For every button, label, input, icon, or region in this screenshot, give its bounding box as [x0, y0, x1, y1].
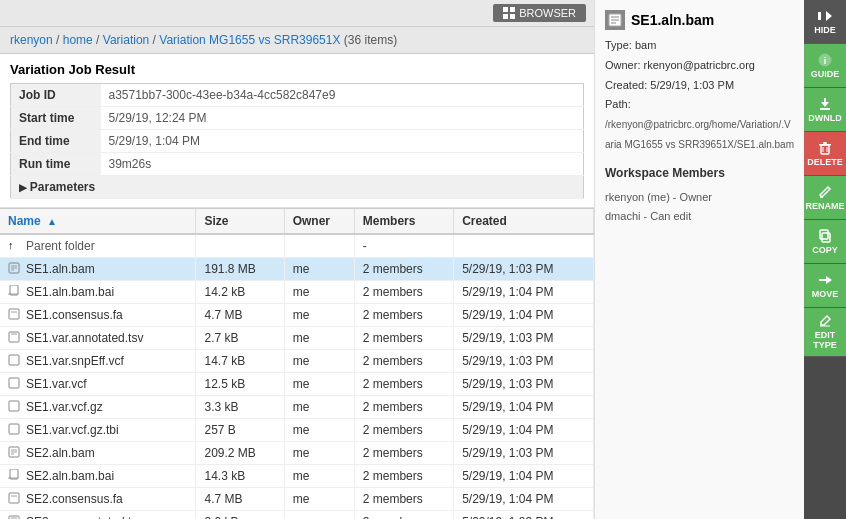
file-size: 3.0 kB [196, 511, 284, 520]
job-value: a3571bb7-300c-43ee-b34a-4cc582c847e9 [101, 84, 584, 107]
file-created: 5/29/19, 1:03 PM [454, 373, 594, 396]
file-members: 2 members [354, 511, 453, 520]
file-created: 5/29/19, 1:03 PM [454, 327, 594, 350]
file-table: Name ▲ Size Owner Members Created ↑ Pare… [0, 209, 594, 519]
job-result-section: Variation Job Result Job IDa3571bb7-300c… [0, 54, 594, 208]
job-row: Run time39m26s [11, 153, 584, 176]
copy-icon [818, 229, 832, 243]
col-members[interactable]: Members [354, 209, 453, 234]
copy-button[interactable]: COPY [804, 220, 846, 264]
guide-label: GUIDE [811, 69, 840, 79]
hide-label: HIDE [814, 25, 836, 35]
breadcrumb: rkenyon / home / Variation / Variation M… [0, 27, 594, 54]
breadcrumb-variation-job[interactable]: Variation MG1655 vs SRR39651X [159, 33, 340, 47]
workspace-members-label: Workspace Members [605, 163, 794, 185]
file-members: 2 members [354, 419, 453, 442]
file-owner: me [284, 281, 354, 304]
file-name: SE1.consensus.fa [26, 308, 123, 322]
file-members: 2 members [354, 373, 453, 396]
table-row[interactable]: SE1.aln.bam.bai 14.2 kB me 2 members 5/2… [0, 281, 594, 304]
svg-rect-13 [9, 332, 19, 342]
svg-rect-9 [10, 285, 18, 295]
member-editor: dmachi - Can edit [605, 207, 794, 226]
rename-button[interactable]: RENAME [804, 176, 846, 220]
file-type-value: bam [635, 39, 656, 51]
file-name: SE1.var.vcf.gz.tbi [26, 423, 119, 437]
file-type-icon [8, 469, 22, 483]
file-name: SE1.var.vcf [26, 377, 87, 391]
edit-type-button[interactable]: EDIT TYPE [804, 308, 846, 357]
svg-rect-42 [819, 144, 831, 146]
svg-rect-23 [10, 469, 18, 479]
file-type-icon [8, 423, 22, 437]
file-members: 2 members [354, 465, 453, 488]
file-size: 14.2 kB [196, 281, 284, 304]
hide-button[interactable]: HIDE [804, 0, 846, 44]
file-owner-label: Owner: [605, 59, 640, 71]
table-row[interactable]: SE1.var.vcf.gz.tbi 257 B me 2 members 5/… [0, 419, 594, 442]
file-members: 2 members [354, 281, 453, 304]
table-row[interactable]: SE1.var.snpEff.vcf 14.7 kB me 2 members … [0, 350, 594, 373]
table-row[interactable]: SE1.consensus.fa 4.7 MB me 2 members 5/2… [0, 304, 594, 327]
job-row: Start time5/29/19, 12:24 PM [11, 107, 584, 130]
file-created: 5/29/19, 1:04 PM [454, 465, 594, 488]
move-button[interactable]: MOVE [804, 264, 846, 308]
file-name-cell: ↑ Parent folder [0, 234, 196, 258]
params-row: Parameters [11, 176, 584, 199]
col-created[interactable]: Created [454, 209, 594, 234]
svg-rect-41 [821, 145, 829, 154]
file-created: 5/29/19, 1:03 PM [454, 350, 594, 373]
grid-icon [503, 7, 515, 19]
table-row[interactable]: SE2.var.annotated.tsv 3.0 kB me 2 member… [0, 511, 594, 520]
move-icon [818, 273, 832, 287]
breadcrumb-home[interactable]: home [63, 33, 93, 47]
breadcrumb-rkenyon[interactable]: rkenyon [10, 33, 53, 47]
job-row: End time5/29/19, 1:04 PM [11, 130, 584, 153]
table-row[interactable]: ↑ Parent folder - [0, 234, 594, 258]
table-row[interactable]: SE2.aln.bam 209.2 MB me 2 members 5/29/1… [0, 442, 594, 465]
file-created-value: 5/29/19, 1:03 PM [650, 79, 734, 91]
file-size: 257 B [196, 419, 284, 442]
file-detail-name: SE1.aln.bam [631, 12, 714, 28]
job-result-table: Job IDa3571bb7-300c-43ee-b34a-4cc582c847… [10, 83, 584, 199]
file-type-icon [8, 331, 22, 345]
svg-marker-34 [826, 11, 832, 21]
guide-button[interactable]: i GUIDE [804, 44, 846, 88]
download-button[interactable]: DWNLD [804, 88, 846, 132]
params-toggle[interactable]: Parameters [19, 180, 95, 194]
table-row[interactable]: SE1.var.annotated.tsv 2.7 kB me 2 member… [0, 327, 594, 350]
table-row[interactable]: SE1.var.vcf 12.5 kB me 2 members 5/29/19… [0, 373, 594, 396]
table-row[interactable]: SE1.var.vcf.gz 3.3 kB me 2 members 5/29/… [0, 396, 594, 419]
col-owner[interactable]: Owner [284, 209, 354, 234]
file-type-icon [8, 400, 22, 414]
job-row: Job IDa3571bb7-300c-43ee-b34a-4cc582c847… [11, 84, 584, 107]
sidebar-toolbar: HIDE i GUIDE DWNLD DELETE RENAME [804, 0, 846, 519]
table-row[interactable]: SE2.consensus.fa 4.7 MB me 2 members 5/2… [0, 488, 594, 511]
breadcrumb-variation[interactable]: Variation [103, 33, 149, 47]
browser-button[interactable]: BROWSER [493, 4, 586, 22]
svg-rect-48 [820, 230, 828, 239]
file-owner: me [284, 488, 354, 511]
job-label: End time [11, 130, 101, 153]
col-name[interactable]: Name ▲ [0, 209, 196, 234]
file-size: 209.2 MB [196, 442, 284, 465]
file-details-meta: Type: bam Owner: rkenyon@patricbrc.org C… [605, 36, 794, 226]
svg-rect-18 [9, 424, 19, 434]
file-created: 5/29/19, 1:04 PM [454, 304, 594, 327]
file-path-value: /rkenyon@patricbrc.org/home/Variation/.V… [605, 119, 794, 150]
job-label: Run time [11, 153, 101, 176]
file-name: SE1.aln.bam [26, 262, 95, 276]
svg-rect-35 [818, 12, 821, 20]
file-table-header: Name ▲ Size Owner Members Created [0, 209, 594, 234]
file-name-cell: SE1.var.snpEff.vcf [0, 350, 196, 373]
file-name-cell: SE1.aln.bam.bai [0, 281, 196, 304]
col-size[interactable]: Size [196, 209, 284, 234]
svg-rect-15 [9, 355, 19, 365]
file-members: 2 members [354, 304, 453, 327]
download-label: DWNLD [808, 113, 842, 123]
table-row[interactable]: SE2.aln.bam.bai 14.3 kB me 2 members 5/2… [0, 465, 594, 488]
table-row[interactable]: SE1.aln.bam 191.8 MB me 2 members 5/29/1… [0, 258, 594, 281]
delete-button[interactable]: DELETE [804, 132, 846, 176]
svg-text:↑: ↑ [8, 239, 14, 251]
file-owner: me [284, 258, 354, 281]
